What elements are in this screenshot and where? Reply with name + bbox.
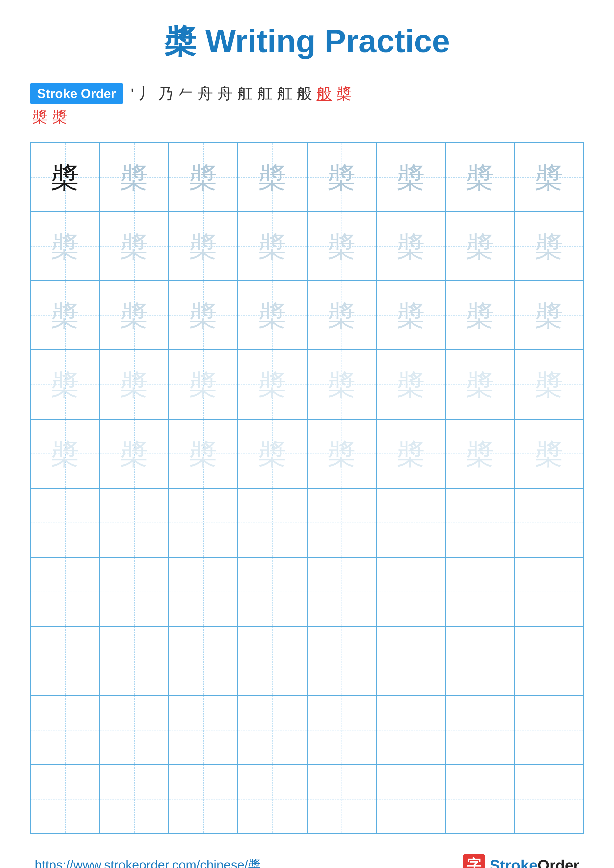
grid-cell-8-3[interactable] [169, 626, 238, 695]
grid-cell-4-6[interactable]: 槳 [376, 350, 445, 419]
grid-cell-10-4[interactable] [238, 764, 307, 833]
grid-cell-4-1[interactable]: 槳 [31, 350, 99, 419]
grid-row-10 [31, 764, 583, 833]
grid-cell-6-6[interactable] [376, 488, 445, 557]
grid-cell-9-7[interactable] [445, 695, 515, 764]
stroke-13: 槳 [32, 106, 48, 127]
grid-cell-10-6[interactable] [376, 764, 445, 833]
grid-cell-3-1[interactable]: 槳 [31, 281, 99, 350]
grid-row-3: 槳 槳 槳 槳 槳 槳 槳 槳 [31, 281, 583, 350]
grid-cell-8-7[interactable] [445, 626, 515, 695]
grid-cell-5-1[interactable]: 槳 [31, 419, 99, 488]
logo-text: StrokeOrder [490, 856, 579, 868]
grid-cell-1-6[interactable]: 槳 [376, 143, 445, 212]
grid-cell-5-5[interactable]: 槳 [307, 419, 376, 488]
stroke-order-badge: Stroke Order [30, 83, 123, 104]
grid-cell-3-8[interactable]: 槳 [515, 281, 583, 350]
grid-cell-8-6[interactable] [376, 626, 445, 695]
grid-cell-3-2[interactable]: 槳 [99, 281, 169, 350]
grid-cell-8-4[interactable] [238, 626, 307, 695]
footer-logo: 字 StrokeOrder [463, 854, 579, 868]
grid-cell-10-2[interactable] [99, 764, 169, 833]
grid-cell-2-5[interactable]: 槳 [307, 212, 376, 281]
grid-cell-1-5[interactable]: 槳 [307, 143, 376, 212]
grid-cell-9-5[interactable] [307, 695, 376, 764]
grid-cell-3-7[interactable]: 槳 [445, 281, 515, 350]
page-title: 槳 Writing Practice [30, 20, 584, 64]
grid-cell-8-5[interactable] [307, 626, 376, 695]
grid-cell-7-5[interactable] [307, 557, 376, 626]
grid-cell-2-3[interactable]: 槳 [169, 212, 238, 281]
grid-cell-5-4[interactable]: 槳 [238, 419, 307, 488]
grid-cell-6-3[interactable] [169, 488, 238, 557]
grid-cell-9-6[interactable] [376, 695, 445, 764]
grid-cell-1-8[interactable]: 槳 [515, 143, 583, 212]
grid-cell-10-7[interactable] [445, 764, 515, 833]
grid-cell-9-4[interactable] [238, 695, 307, 764]
grid-cell-5-3[interactable]: 槳 [169, 419, 238, 488]
grid-cell-2-7[interactable]: 槳 [445, 212, 515, 281]
grid-cell-1-3[interactable]: 槳 [169, 143, 238, 212]
grid-cell-5-2[interactable]: 槳 [99, 419, 169, 488]
grid-cell-10-5[interactable] [307, 764, 376, 833]
grid-row-7 [31, 557, 583, 626]
grid-cell-3-6[interactable]: 槳 [376, 281, 445, 350]
grid-cell-9-8[interactable] [515, 695, 583, 764]
grid-cell-1-1[interactable]: 槳 [31, 143, 99, 212]
char-display: 槳 [466, 439, 494, 468]
grid-cell-7-4[interactable] [238, 557, 307, 626]
grid-cell-5-8[interactable]: 槳 [515, 419, 583, 488]
grid-cell-1-2[interactable]: 槳 [99, 143, 169, 212]
grid-cell-3-5[interactable]: 槳 [307, 281, 376, 350]
stroke-chars-row1: ' ⼃ 乃 𠂉 舟 舟 舡 舡 舡 般 般 槳 [131, 83, 352, 104]
grid-cell-10-1[interactable] [31, 764, 99, 833]
grid-cell-2-8[interactable]: 槳 [515, 212, 583, 281]
char-display: 槳 [535, 370, 563, 398]
grid-cell-6-8[interactable] [515, 488, 583, 557]
grid-cell-7-1[interactable] [31, 557, 99, 626]
grid-cell-6-1[interactable] [31, 488, 99, 557]
char-display: 槳 [189, 439, 218, 468]
grid-cell-3-4[interactable]: 槳 [238, 281, 307, 350]
grid-cell-7-3[interactable] [169, 557, 238, 626]
char-display: 槳 [258, 439, 286, 468]
stroke-order-row1: Stroke Order ' ⼃ 乃 𠂉 舟 舟 舡 舡 舡 般 般 槳 [30, 83, 584, 104]
grid-cell-4-3[interactable]: 槳 [169, 350, 238, 419]
grid-cell-2-1[interactable]: 槳 [31, 212, 99, 281]
char-display: 槳 [396, 439, 425, 468]
grid-cell-2-2[interactable]: 槳 [99, 212, 169, 281]
grid-cell-8-8[interactable] [515, 626, 583, 695]
grid-cell-8-1[interactable] [31, 626, 99, 695]
grid-cell-4-7[interactable]: 槳 [445, 350, 515, 419]
grid-cell-7-8[interactable] [515, 557, 583, 626]
grid-cell-6-7[interactable] [445, 488, 515, 557]
grid-cell-9-3[interactable] [169, 695, 238, 764]
grid-cell-7-7[interactable] [445, 557, 515, 626]
grid-cell-6-5[interactable] [307, 488, 376, 557]
grid-cell-4-8[interactable]: 槳 [515, 350, 583, 419]
grid-cell-2-6[interactable]: 槳 [376, 212, 445, 281]
grid-cell-5-6[interactable]: 槳 [376, 419, 445, 488]
grid-cell-1-7[interactable]: 槳 [445, 143, 515, 212]
logo-icon: 字 [463, 854, 485, 868]
grid-cell-7-6[interactable] [376, 557, 445, 626]
grid-cell-6-4[interactable] [238, 488, 307, 557]
grid-cell-9-2[interactable] [99, 695, 169, 764]
grid-cell-2-4[interactable]: 槳 [238, 212, 307, 281]
stroke-4: 𠂉 [178, 85, 193, 102]
grid-cell-6-2[interactable] [99, 488, 169, 557]
grid-cell-9-1[interactable] [31, 695, 99, 764]
grid-cell-1-4[interactable]: 槳 [238, 143, 307, 212]
stroke-9: 舡 [277, 83, 292, 104]
grid-row-4: 槳 槳 槳 槳 槳 槳 槳 槳 [31, 350, 583, 419]
grid-cell-7-2[interactable] [99, 557, 169, 626]
grid-cell-3-3[interactable]: 槳 [169, 281, 238, 350]
grid-cell-5-7[interactable]: 槳 [445, 419, 515, 488]
grid-row-1: 槳 槳 槳 槳 槳 槳 槳 槳 [31, 143, 583, 212]
grid-cell-4-2[interactable]: 槳 [99, 350, 169, 419]
grid-cell-10-8[interactable] [515, 764, 583, 833]
grid-cell-8-2[interactable] [99, 626, 169, 695]
grid-cell-10-3[interactable] [169, 764, 238, 833]
grid-cell-4-4[interactable]: 槳 [238, 350, 307, 419]
grid-cell-4-5[interactable]: 槳 [307, 350, 376, 419]
